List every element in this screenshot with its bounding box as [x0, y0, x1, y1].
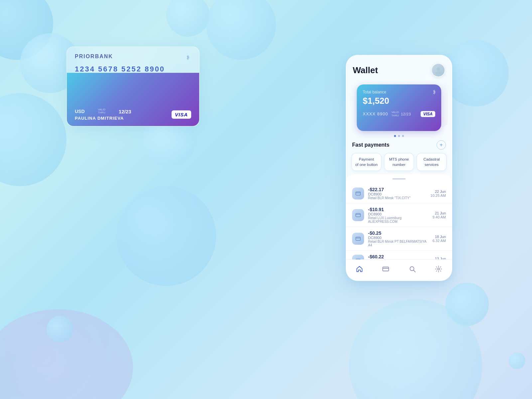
fast-payments-header: Fast payments +: [346, 138, 452, 153]
transaction-desc: Retail BLR Minsk "TIX.CITY": [368, 196, 427, 200]
nav-home[interactable]: [351, 263, 368, 275]
svg-point-14: [438, 268, 440, 270]
card-inner: USD VALIDTHRU 12/23 PAULINA DMITRIEVA VI…: [67, 73, 199, 126]
transaction-amount: -$22.17: [368, 187, 427, 192]
transaction-code: DC8900: [368, 236, 429, 240]
transaction-hour: 6.32 AM: [433, 239, 446, 243]
transaction-time: 21 Jun 9.40 AM: [433, 211, 446, 219]
decorative-bubble-9: [442, 40, 509, 106]
svg-rect-2: [356, 192, 360, 195]
app-content: Wallet Total balance $1,520: [346, 55, 452, 259]
visa-logo: VISA: [172, 110, 191, 119]
app-visa-logo: VISA: [421, 111, 435, 117]
transaction-hour: 10.25 AM: [431, 194, 446, 198]
transaction-date: 21 Jun: [433, 211, 446, 215]
payment-buttons-row: Paymentof one button MTS phonenumber Cad…: [346, 153, 452, 174]
card-bottom-row: USD VALIDTHRU 12/23 PAULINA DMITRIEVA VI…: [75, 108, 191, 121]
transactions-panel: -$22.17 DC8900 Retail BLR Minsk "TIX.CIT…: [346, 174, 452, 259]
transaction-icon: [352, 209, 364, 221]
svg-rect-10: [383, 267, 389, 271]
decorative-bubble-7: [116, 186, 216, 286]
transaction-icon: [352, 255, 364, 259]
payment-btn-3[interactable]: Cadastralservices: [417, 153, 447, 171]
card-expiry: 12/23: [119, 109, 131, 114]
decorative-bubble-11: [47, 316, 73, 342]
app-card-wrapper: Total balance $1,520 XXXX 8900 VALIDTHRU…: [351, 81, 447, 131]
transaction-icon: [352, 233, 364, 245]
transaction-item[interactable]: -$22.17 DC8900 Retail BLR Minsk "TIX.CIT…: [346, 184, 452, 203]
transaction-details: -$60.22 DC8900 Retail RUS PODOLSK WB: [368, 254, 429, 259]
credit-card-large: PRIORBANK 1234 5678 5252 8900 USD VALIDT…: [66, 47, 200, 126]
transaction-time: 13 Jun 8.00 AM: [433, 257, 446, 259]
card-currency: USD: [75, 109, 85, 114]
nfc-icon: [183, 54, 191, 64]
payment-btn-1[interactable]: Paymentof one button: [351, 153, 381, 171]
dot-2: [398, 135, 400, 137]
app-card-expiry-group: VALIDTHRU 12/23: [391, 111, 411, 117]
app-card-number: XXXX 8900: [363, 111, 388, 116]
transaction-time: 22 Jun 10.25 AM: [431, 190, 446, 198]
transaction-code: DC8900: [368, 192, 427, 196]
card-currency-name: USD VALIDTHRU 12/23 PAULINA DMITRIEVA: [75, 108, 131, 121]
svg-line-13: [414, 270, 415, 272]
transaction-date: 18 Jun: [433, 235, 446, 239]
card-indicator-dots: [346, 135, 452, 137]
decorative-bubble-4: [166, 0, 209, 37]
app-title: Wallet: [353, 65, 378, 75]
transaction-hour: 9.40 AM: [433, 215, 446, 219]
transaction-icon: [352, 188, 364, 200]
payment-btn-2[interactable]: MTS phonenumber: [384, 153, 414, 171]
transaction-date: 13 Jun: [433, 257, 446, 259]
svg-rect-4: [356, 213, 360, 217]
transaction-desc: Retail LUX Luxemburg ALIEXPRESS.COM: [368, 216, 429, 223]
add-payment-button[interactable]: +: [437, 140, 446, 150]
mobile-app: Wallet Total balance $1,520: [346, 55, 452, 281]
bottom-nav: [346, 259, 452, 281]
app-card-bottom: XXXX 8900 VALIDTHRU 12/23 VISA: [363, 111, 435, 117]
nav-cards[interactable]: [377, 263, 394, 275]
app-card-expiry: 12/23: [401, 112, 411, 116]
transaction-amount: -$60.22: [368, 254, 429, 259]
app-card-label: Total balance: [363, 90, 435, 94]
transaction-details: -$22.17 DC8900 Retail BLR Minsk "TIX.CIT…: [368, 187, 427, 200]
transaction-amount: -$0.25: [368, 230, 429, 236]
app-card-balance: $1,520: [363, 96, 435, 106]
svg-point-1: [436, 71, 441, 74]
transaction-date: 22 Jun: [431, 190, 446, 194]
fast-payments-title: Fast payments: [352, 142, 389, 148]
transaction-details: -$10.91 DC8900 Retail LUX Luxemburg ALIE…: [368, 207, 429, 223]
drag-handle: [392, 178, 406, 180]
transaction-amount: -$10.91: [368, 207, 429, 212]
expiry-label: VALIDTHRU: [391, 111, 399, 117]
transaction-item[interactable]: -$10.91 DC8900 Retail LUX Luxemburg ALIE…: [346, 203, 452, 227]
transaction-item[interactable]: -$0.25 DC8900 Retail BLR Minsk PT BELFAR…: [346, 227, 452, 251]
dot-1: [394, 135, 396, 137]
decorative-bubble-5: [206, 0, 276, 60]
nav-settings[interactable]: [430, 263, 447, 275]
transaction-code: DC8900: [368, 212, 429, 216]
svg-rect-6: [356, 237, 360, 240]
app-card-nfc-icon: [431, 89, 437, 96]
nav-search[interactable]: [404, 263, 421, 275]
app-header: Wallet: [346, 55, 452, 81]
transaction-time: 18 Jun 6.32 AM: [433, 235, 446, 243]
decorative-bubble-12: [509, 352, 525, 369]
transaction-item[interactable]: -$60.22 DC8900 Retail RUS PODOLSK WB 13 …: [346, 251, 452, 259]
avatar[interactable]: [431, 63, 445, 77]
decorative-bubble-3: [0, 93, 66, 186]
card-holder: PAULINA DMITRIEVA: [75, 116, 131, 121]
transaction-desc: Retail BLR Minsk PT BELFARMATSIYA A4: [368, 240, 429, 247]
svg-point-12: [410, 267, 414, 271]
bank-name: PRIORBANK: [75, 54, 113, 60]
app-card[interactable]: Total balance $1,520 XXXX 8900 VALIDTHRU…: [357, 84, 441, 131]
svg-point-0: [437, 67, 440, 71]
dot-3: [402, 135, 404, 137]
transaction-details: -$0.25 DC8900 Retail BLR Minsk PT BELFAR…: [368, 230, 429, 247]
